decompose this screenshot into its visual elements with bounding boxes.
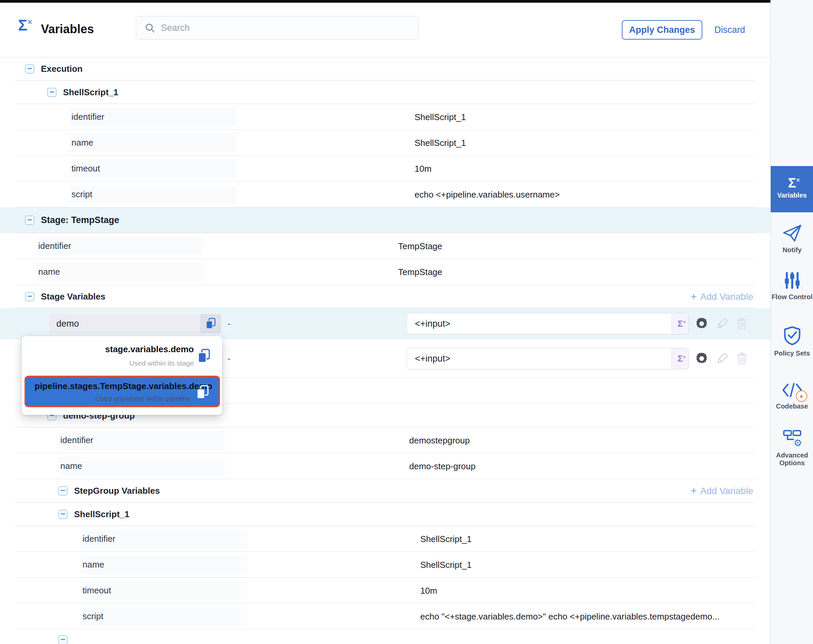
property-value: echo "<+stage.variables.demo>" echo <+pi… — [420, 611, 719, 621]
expression-scope-hint: Used within its stage — [30, 359, 194, 367]
collapse-minus-icon[interactable]: − — [25, 216, 34, 225]
sidebar-item-codebase[interactable]: ▲ Codebase — [771, 382, 813, 410]
section-header-row: −Execution — [0, 57, 770, 81]
sliders-icon — [784, 272, 801, 289]
delete-trash-icon[interactable] — [736, 352, 748, 365]
collapse-minus-icon[interactable]: − — [47, 88, 56, 97]
runtime-input-sigma-icon[interactable]: Σ✕ — [678, 354, 683, 363]
section-label: StepGroup Variables — [74, 486, 160, 496]
add-variable-button[interactable]: +Add Variable — [690, 485, 753, 497]
property-name: identifier — [71, 112, 104, 122]
runtime-input-toggle[interactable]: Σ✕ — [672, 313, 689, 334]
property-name-box: name — [36, 263, 203, 281]
sidebar-item-flow-control[interactable]: Flow Control — [771, 272, 813, 301]
apply-changes-button[interactable]: Apply Changes — [622, 20, 702, 40]
sidebar-item-notify[interactable]: Notify — [771, 224, 813, 254]
delete-trash-icon[interactable] — [736, 317, 748, 330]
variable-expression-popup: stage.variables.demo Used within its sta… — [22, 336, 222, 415]
required-indicator: - — [227, 353, 230, 364]
property-row: scriptecho "<+stage.variables.demo>" ech… — [0, 603, 770, 629]
copy-icon[interactable] — [205, 317, 217, 330]
property-name-box: identifier — [69, 108, 236, 126]
variables-sigma-icon: Σ✕ — [18, 17, 28, 33]
edit-pencil-icon[interactable] — [716, 352, 729, 365]
search-input[interactable] — [160, 23, 396, 34]
property-name-box: identifier — [80, 530, 247, 548]
collapse-minus-icon[interactable]: − — [58, 635, 67, 644]
section-header-row: −ShellScript_1 — [0, 503, 770, 526]
property-name-box: identifier — [36, 237, 203, 256]
property-name: name — [38, 267, 60, 277]
expression-option-stage-scope[interactable]: stage.variables.demo Used within its sta… — [30, 344, 211, 367]
property-value: demostepgroup — [409, 435, 470, 445]
copy-icon[interactable] — [197, 348, 211, 364]
section-header-row: − — [0, 629, 770, 638]
variable-name: demo — [56, 319, 79, 329]
section-label: Stage Variables — [41, 291, 105, 302]
section-header-row: −StepGroup Variables+Add Variable — [0, 479, 770, 503]
sidebar-item-policy-sets[interactable]: Policy Sets — [771, 326, 813, 357]
pipeline-right-sidebar: Σ✕ Variables Notify Flow Control Policy … — [770, 0, 813, 644]
add-variable-button[interactable]: +Add Variable — [690, 290, 753, 303]
property-name-box: name — [80, 555, 247, 574]
runtime-input-toggle[interactable]: Σ✕ — [672, 348, 689, 369]
shield-check-icon — [784, 326, 801, 345]
section-label: ShellScript_1 — [74, 509, 129, 520]
property-row: identifierShellScript_1 — [0, 526, 770, 552]
property-name: name — [60, 461, 82, 471]
section-header-row: −ShellScript_1 — [0, 81, 770, 104]
variable-actions — [695, 317, 748, 330]
sidebar-item-advanced-options[interactable]: ⚙ Advanced Options — [771, 429, 813, 467]
page-title: Variables — [41, 22, 94, 36]
property-name: timeout — [71, 163, 100, 174]
window-top-strip — [0, 0, 770, 3]
property-name: timeout — [83, 585, 111, 596]
expression-scope-hint: Used anywhere within pipeline — [95, 394, 190, 403]
property-name-box: timeout — [80, 581, 247, 600]
property-name: name — [83, 560, 104, 570]
property-name: script — [71, 189, 92, 199]
property-value: ShellScript_1 — [414, 138, 466, 148]
sidebar-item-variables[interactable]: Σ✕ Variables — [771, 166, 813, 212]
property-name-box: name — [58, 457, 225, 475]
expression-option-pipeline-scope[interactable]: pipeline.stages.TempStage.variables.demo… — [25, 376, 220, 407]
edit-pencil-icon[interactable] — [716, 317, 729, 330]
plus-icon: + — [690, 485, 697, 497]
search-box[interactable] — [136, 16, 419, 40]
runtime-input-sigma-icon[interactable]: Σ✕ — [678, 319, 683, 328]
property-value: ShellScript_1 — [420, 534, 472, 544]
property-name-box: script — [80, 607, 247, 626]
plus-icon: + — [690, 290, 697, 303]
property-value: TempStage — [398, 241, 442, 251]
section-header-row: −Stage Variables+Add Variable — [0, 285, 770, 308]
svg-text:⚙: ⚙ — [793, 437, 802, 448]
variable-name-field[interactable]: demo — [49, 314, 221, 333]
property-value: ShellScript_1 — [420, 560, 472, 570]
required-indicator: - — [227, 318, 230, 329]
property-value: echo <+pipeline.variables.username> — [414, 189, 560, 199]
expression-path: stage.variables.demo — [30, 344, 194, 354]
property-row: namedemo-step-group — [0, 453, 770, 479]
property-value: TempStage — [398, 267, 442, 277]
property-name: identifier — [83, 534, 115, 544]
flowchart-gear-icon: ⚙ — [782, 429, 802, 448]
variable-value-input[interactable]: <+input> Σ✕ — [406, 313, 689, 334]
property-name: name — [71, 138, 93, 148]
collapse-minus-icon[interactable]: − — [58, 486, 67, 495]
variable-value-input[interactable]: <+input> Σ✕ — [406, 348, 689, 369]
stage-variable-row: demo -<+input> Σ✕ — [0, 308, 770, 339]
variables-panel-header: Σ✕ Variables Apply Changes Discard — [0, 3, 770, 57]
property-name-box: script — [69, 185, 236, 204]
search-icon — [145, 23, 155, 33]
copy-icon[interactable] — [196, 384, 210, 400]
copy-variable-button[interactable] — [200, 314, 221, 333]
gear-icon[interactable] — [695, 352, 708, 365]
collapse-minus-icon[interactable]: − — [25, 64, 34, 74]
paper-plane-icon — [782, 224, 802, 242]
property-value: demo-step-group — [409, 461, 476, 471]
collapse-minus-icon[interactable]: − — [58, 510, 67, 519]
discard-button[interactable]: Discard — [715, 25, 745, 35]
gear-icon[interactable] — [695, 317, 708, 330]
collapse-minus-icon[interactable]: − — [25, 292, 34, 301]
property-name: script — [83, 611, 103, 621]
